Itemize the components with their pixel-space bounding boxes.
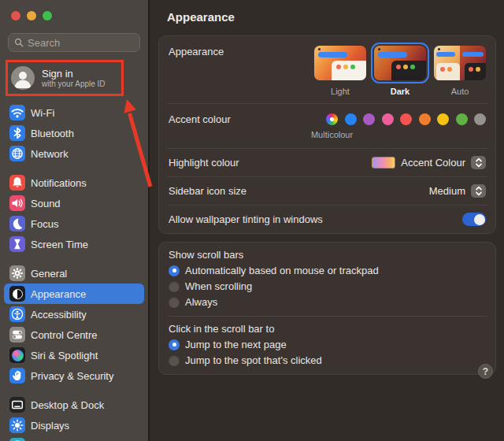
appearance-theme-row: Appearance Light: [159, 36, 495, 103]
accent-dot-grey[interactable]: [474, 113, 486, 125]
globe-icon: [9, 146, 25, 161]
radio-selected-icon[interactable]: [169, 339, 180, 350]
sidebar-item-wallpaper[interactable]: Wallpaper: [4, 435, 144, 441]
sidebar-item-displays[interactable]: Displays: [4, 415, 144, 435]
theme-label-light: Light: [314, 87, 366, 96]
accent-colour-caption: Multicolour: [311, 130, 353, 139]
sidebar-item-privacy-security[interactable]: Privacy & Security: [4, 365, 144, 386]
help-button[interactable]: ?: [478, 364, 493, 379]
minimize-window-button[interactable]: [27, 11, 36, 20]
radio-label: Always: [185, 296, 217, 308]
moon-icon: [9, 216, 25, 232]
theme-label-dark: Dark: [374, 87, 426, 96]
accent-dot-purple[interactable]: [363, 113, 375, 125]
accent-dot-yellow[interactable]: [437, 113, 449, 125]
sidebar-item-control-centre[interactable]: Control Centre: [4, 324, 144, 345]
radio-label: Jump to the next page: [185, 339, 287, 350]
sidebar-item-focus[interactable]: Focus: [4, 213, 144, 234]
sidebar-item-network[interactable]: Network: [4, 143, 144, 164]
page-title: Appearance: [158, 0, 496, 35]
sidebar-item-label: Wi-Fi: [31, 107, 54, 119]
sun-icon: [9, 417, 25, 433]
sidebar-item-desktop-dock[interactable]: Desktop & Dock: [4, 395, 144, 415]
theme-option-dark[interactable]: Dark: [374, 46, 426, 96]
sidebar-item-label: Displays: [31, 420, 69, 432]
sign-in-title: Sign in: [42, 68, 106, 80]
sidebar-icon-size-label: Sidebar icon size: [169, 185, 246, 197]
sidebar-item-label: Bluetooth: [31, 128, 74, 139]
scroll-settings-card: Show scroll bars Automatically based on …: [158, 242, 496, 375]
radio-unselected-icon[interactable]: [169, 297, 180, 308]
sidebar-item-label: Desktop & Dock: [31, 399, 104, 411]
theme-option-light[interactable]: Light: [314, 46, 366, 96]
sidebar-icon-size-popup[interactable]: Medium: [429, 184, 486, 198]
light-theme-thumbnail[interactable]: [314, 46, 366, 80]
chevron-up-down-icon[interactable]: [471, 184, 486, 198]
wifi-icon: [9, 105, 25, 120]
radio-option[interactable]: Automatically based on mouse or trackpad: [169, 265, 486, 276]
radio-option[interactable]: When scrolling: [169, 280, 486, 292]
radio-option[interactable]: Jump to the spot that's clicked: [169, 354, 486, 366]
sidebar-item-siri-spotlight[interactable]: Siri & Spotlight: [4, 345, 144, 365]
sidebar-item-accessibility[interactable]: Accessibility: [4, 304, 144, 324]
accent-dot-red[interactable]: [400, 113, 412, 125]
show-scroll-bars-label: Show scroll bars: [169, 249, 486, 261]
chevron-up-down-icon[interactable]: [471, 156, 486, 169]
accent-dot-blue[interactable]: [345, 113, 357, 125]
radio-label: Automatically based on mouse or trackpad: [185, 265, 379, 276]
sidebar-item-appearance[interactable]: Appearance: [4, 284, 144, 304]
desktop-window-icon: [9, 397, 25, 413]
sidebar-item-sound[interactable]: Sound: [4, 193, 144, 213]
sidebar: Sign in with your Apple ID Wi-Fi: [0, 0, 150, 441]
scroll-bar-click-label: Click in the scroll bar to: [169, 323, 486, 335]
theme-option-auto[interactable]: Auto: [434, 46, 486, 96]
siri-icon: [9, 347, 25, 363]
sidebar-item-notifications[interactable]: Notifications: [4, 172, 144, 193]
sidebar-item-general[interactable]: General: [4, 263, 144, 284]
wallpaper-icon: [9, 438, 25, 441]
sidebar-item-label: Control Centre: [31, 329, 98, 341]
accent-colour-label: Accent colour: [169, 113, 231, 125]
wallpaper-tinting-row: Allow wallpaper tinting in windows: [159, 206, 495, 233]
search-icon: [14, 38, 24, 47]
sidebar-item-label: General: [31, 268, 67, 280]
sidebar-item-label: Screen Time: [31, 239, 88, 250]
scroll-bar-click-group: Click in the scroll bar to Jump to the n…: [159, 317, 495, 374]
zoom-window-button[interactable]: [43, 11, 52, 20]
content-pane: Appearance Appearance Light: [150, 0, 504, 441]
radio-option[interactable]: Always: [169, 296, 486, 308]
radio-selected-icon[interactable]: [169, 265, 180, 276]
radio-label: Jump to the spot that's clicked: [185, 354, 322, 366]
accent-dot-pink[interactable]: [382, 113, 394, 125]
accessibility-icon: [9, 306, 25, 322]
radio-label: When scrolling: [185, 280, 252, 292]
search-field[interactable]: [8, 33, 140, 52]
wallpaper-tinting-label: Allow wallpaper tinting in windows: [169, 213, 323, 225]
highlight-colour-row: Highlight colour Accent Colour: [159, 149, 495, 176]
sidebar-item-wifi[interactable]: Wi-Fi: [4, 102, 144, 123]
sidebar-item-label: Network: [31, 148, 69, 160]
wallpaper-tinting-toggle[interactable]: [462, 213, 486, 226]
theme-label-auto: Auto: [434, 87, 486, 96]
close-window-button[interactable]: [11, 11, 20, 20]
search-input[interactable]: [28, 37, 134, 49]
sidebar-item-label: Notifications: [31, 177, 87, 189]
accent-dot-multicolour[interactable]: [326, 113, 338, 125]
hand-icon: [9, 368, 25, 384]
highlight-colour-popup[interactable]: Accent Colour: [372, 156, 486, 169]
radio-unselected-icon[interactable]: [169, 355, 180, 366]
sidebar-item-bluetooth[interactable]: Bluetooth: [4, 123, 144, 143]
radio-unselected-icon[interactable]: [169, 281, 180, 292]
sidebar-item-label: Focus: [31, 218, 58, 230]
sidebar-item-screen-time[interactable]: Screen Time: [4, 234, 144, 254]
accent-colour-options: [326, 113, 486, 125]
highlight-colour-swatch: [372, 157, 395, 169]
accent-dot-green[interactable]: [456, 113, 468, 125]
auto-theme-thumbnail[interactable]: [434, 46, 486, 80]
system-settings-window: Sign in with your Apple ID Wi-Fi: [0, 0, 504, 441]
sign-in-item[interactable]: Sign in with your Apple ID: [8, 63, 140, 93]
dark-theme-thumbnail[interactable]: [374, 46, 426, 80]
accent-dot-orange[interactable]: [419, 113, 431, 125]
avatar-icon: [11, 66, 35, 90]
radio-option[interactable]: Jump to the next page: [169, 339, 486, 350]
